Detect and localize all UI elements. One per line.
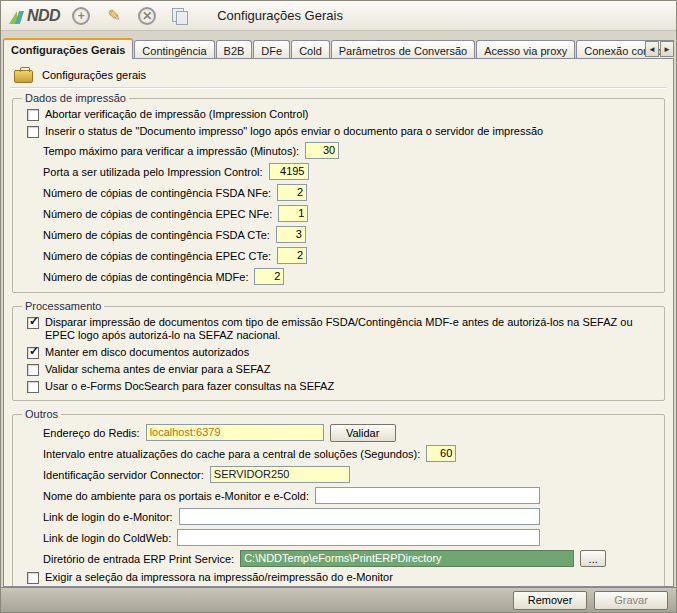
checkbox-label: Disparar impressão de documentos com tip…: [45, 316, 656, 342]
field-label: Intervalo entre atualizações do cache pa…: [43, 448, 420, 460]
group-outros: Outros Endereço do Redis: localhost:6379…: [12, 408, 665, 587]
ndd-logo: NDD: [9, 7, 60, 25]
tab-scroll-right-button[interactable]: ►: [660, 41, 674, 57]
abortar-verificacao-checkbox[interactable]: [27, 109, 39, 121]
field-row: Número de cópias de contingência FSDA CT…: [19, 224, 658, 245]
tab-configuracoes-gerais[interactable]: Configurações Gerais: [3, 38, 133, 59]
pencil-icon: ✎: [107, 6, 120, 25]
field-row: Endereço do Redis: localhost:6379 Valida…: [19, 422, 658, 443]
field-row: Nome do ambiente para os portais e-Monit…: [19, 485, 658, 506]
field-row: Tempo máximo para verificar a impressão …: [19, 140, 658, 161]
login-emonitor-input[interactable]: [179, 508, 540, 525]
main-panel: Configurações gerais Dados de impressão …: [3, 58, 674, 587]
checkbox-row: Usar o e-Forms DocSearch para fazer cons…: [19, 378, 658, 395]
field-row: Porta a ser utilizada pelo Impression Co…: [19, 161, 658, 182]
print-button[interactable]: [168, 4, 192, 28]
field-row: Número de cópias de contingência FSDA NF…: [19, 182, 658, 203]
field-row: Link de login do ColdWeb:: [19, 527, 658, 548]
add-button[interactable]: +: [69, 4, 93, 28]
checkbox-row: Exigir a seleção da impressora na impres…: [19, 569, 658, 586]
tab-acesso-proxy[interactable]: Acesso via proxy: [476, 40, 575, 59]
checkbox-row: Validar schema antes de enviar para a SE…: [19, 361, 658, 378]
remover-button[interactable]: Remover: [513, 591, 587, 610]
edit-button[interactable]: ✎: [102, 4, 126, 28]
cache-interval-input[interactable]: 60: [426, 445, 456, 462]
copias-mdfe-input[interactable]: 2: [254, 268, 284, 285]
validar-schema-checkbox[interactable]: [27, 364, 39, 376]
tab-b2b[interactable]: B2B: [216, 40, 253, 59]
print-icon: [172, 8, 188, 24]
copias-epec-nfe-input[interactable]: 1: [278, 205, 308, 222]
field-label: Diretório de entrada ERP Print Service:: [43, 553, 234, 565]
group-dados-impressao: Dados de impressão Abortar verificação d…: [12, 92, 665, 293]
tab-contingencia[interactable]: Contingência: [134, 40, 214, 59]
exigir-impressora-checkbox[interactable]: [27, 572, 39, 584]
field-label: Porta a ser utilizada pelo Impression Co…: [43, 166, 263, 178]
add-icon: +: [72, 7, 90, 25]
checkbox-row: Inserir o status de "Documento impresso"…: [19, 123, 658, 140]
window-title: Configurações Gerais: [217, 8, 343, 23]
validar-button[interactable]: Validar: [330, 424, 396, 442]
tab-cold[interactable]: Cold: [291, 40, 330, 59]
docsearch-checkbox[interactable]: [27, 381, 39, 393]
tab-scroll-controls: ◄ ►: [645, 41, 674, 57]
field-label: Número de cópias de contingência MDFe:: [43, 271, 248, 283]
checkbox-label: Inserir o status de "Documento impresso"…: [45, 125, 543, 138]
field-row: Link de login do e-Monitor:: [19, 506, 658, 527]
field-label: Endereço do Redis:: [43, 427, 140, 439]
page-title: Configurações gerais: [42, 69, 146, 81]
checkbox-label: Usar o e-Forms DocSearch para fazer cons…: [45, 380, 334, 393]
delete-button[interactable]: ✕: [135, 4, 159, 28]
field-row: Número de cópias de contingência EPEC CT…: [19, 245, 658, 266]
field-label: Número de cópias de contingência EPEC NF…: [43, 208, 272, 220]
field-label: Link de login do ColdWeb:: [43, 532, 171, 544]
page-header: Configurações gerais: [10, 62, 667, 88]
inserir-status-checkbox[interactable]: [27, 126, 39, 138]
field-row: Número de cópias de contingência EPEC NF…: [19, 203, 658, 224]
checkbox-label: Validar schema antes de enviar para a SE…: [45, 363, 270, 376]
field-label: Número de cópias de contingência FSDA CT…: [43, 229, 270, 241]
browse-button[interactable]: ...: [580, 550, 606, 567]
ambiente-input[interactable]: [315, 487, 540, 504]
checkbox-label: Exigir a seleção da impressora na impres…: [45, 571, 393, 584]
toolbar: NDD + ✎ ✕ Configurações Gerais: [1, 1, 676, 31]
manter-disco-checkbox[interactable]: [27, 347, 39, 359]
field-label: Número de cópias de contingência FSDA NF…: [43, 187, 271, 199]
field-row: Identificação servidor Connector: SERVID…: [19, 464, 658, 485]
field-row: Diretório de entrada ERP Print Service: …: [19, 548, 658, 569]
field-label: Identificação servidor Connector:: [43, 469, 204, 481]
redis-input[interactable]: localhost:6379: [146, 424, 324, 441]
group-processamento: Processamento Disparar impressão de docu…: [12, 300, 665, 401]
app-window: NDD + ✎ ✕ Configurações Gerais Configura…: [0, 0, 677, 613]
login-coldweb-input[interactable]: [177, 529, 540, 546]
checkbox-label: Abortar verificação de impressão (Impres…: [45, 108, 309, 121]
tab-parametros-conversao[interactable]: Parâmetros de Conversão: [331, 40, 475, 59]
ndd-logo-text: NDD: [27, 7, 60, 25]
connector-id-input[interactable]: SERVIDOR250: [210, 466, 350, 483]
tab-strip: Configurações Gerais Contingência B2B DF…: [3, 38, 674, 59]
gravar-button[interactable]: Gravar: [594, 591, 668, 610]
ndd-logo-icon: [9, 9, 25, 25]
tab-dfe[interactable]: DFe: [253, 40, 290, 59]
checkbox-row: Manter em disco documentos autorizados: [19, 344, 658, 361]
tab-scroll-left-button[interactable]: ◄: [645, 41, 659, 57]
copias-epec-cte-input[interactable]: 2: [277, 247, 307, 264]
disparar-impressao-checkbox[interactable]: [27, 317, 39, 329]
copias-fsda-cte-input[interactable]: 3: [276, 226, 306, 243]
checkbox-label: Manter em disco documentos autorizados: [45, 346, 249, 359]
field-row: Número de cópias de contingência MDFe: 2: [19, 266, 658, 287]
footer-bar: Remover Gravar: [1, 587, 676, 612]
field-label: Tempo máximo para verificar a impressão …: [43, 145, 299, 157]
tempo-maximo-input[interactable]: 30: [305, 142, 339, 159]
checkbox-row: Disparar impressão de documentos com tip…: [19, 314, 658, 344]
field-label: Nome do ambiente para os portais e-Monit…: [43, 490, 309, 502]
settings-icon: [14, 70, 33, 83]
copias-fsda-nfe-input[interactable]: 2: [277, 184, 307, 201]
erp-dir-input[interactable]: C:\NDDTemp\eForms\PrintERPDirectory: [240, 550, 574, 567]
group-dados-impressao-legend: Dados de impressão: [22, 92, 129, 104]
field-label: Link de login do e-Monitor:: [43, 511, 173, 523]
field-label: Número de cópias de contingência EPEC CT…: [43, 250, 271, 262]
group-processamento-legend: Processamento: [22, 300, 104, 312]
group-outros-legend: Outros: [22, 408, 61, 420]
porta-impression-control-input[interactable]: 4195: [269, 163, 309, 180]
